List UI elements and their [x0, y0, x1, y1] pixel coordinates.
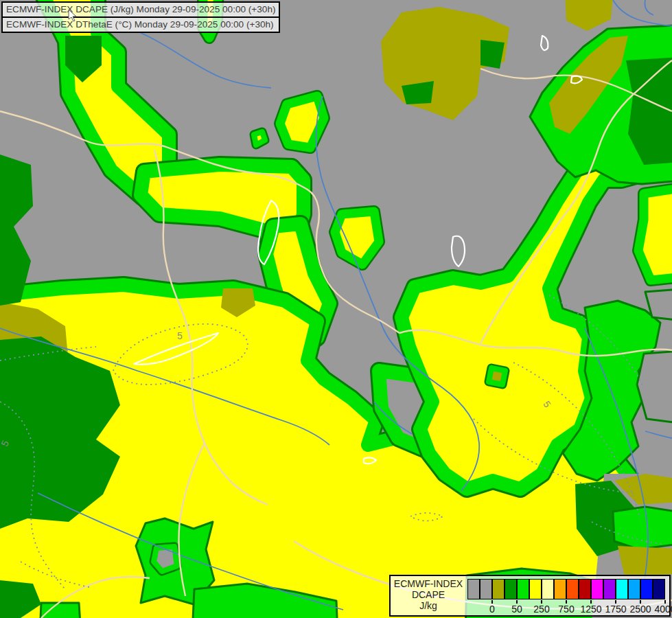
title-line-dthetae: ECMWF-INDEX DThetaE (°C) Monday 29-09-20… — [3, 18, 279, 32]
legend-color-swatch — [603, 579, 616, 599]
title-line-dcape: ECMWF-INDEX DCAPE (J/kg) Monday 29-09-20… — [3, 3, 279, 18]
legend-color-bar — [467, 579, 665, 599]
weather-map: 5 5 5 — [0, 0, 672, 618]
legend-color-swatch — [628, 579, 640, 599]
legend-tick-label: 1750 — [605, 604, 626, 615]
legend-color-swatch — [640, 579, 653, 599]
legend-title-block: ECMWF-INDEX DCAPE J/kg — [391, 576, 466, 615]
legend-title-param: DCAPE — [391, 589, 466, 600]
title-box: ECMWF-INDEX DCAPE (J/kg) Monday 29-09-20… — [1, 1, 280, 33]
contour-label: 5 — [177, 330, 183, 341]
legend-color-swatch — [480, 579, 492, 599]
gray-spot — [154, 547, 177, 571]
legend-tick-label: 2500 — [629, 604, 651, 615]
legend-tick-label: 750 — [558, 604, 574, 615]
legend-color-swatch — [653, 579, 665, 599]
legend-color-swatch — [566, 579, 579, 599]
legend-title-unit: J/kg — [391, 600, 466, 611]
olive-core-diamond — [489, 368, 505, 385]
legend-color-swatch — [554, 579, 566, 599]
legend-tick-label: 0 — [489, 604, 495, 615]
legend-panel: ECMWF-INDEX DCAPE J/kg 05025075012501750… — [389, 575, 671, 617]
legend-title-model: ECMWF-INDEX — [391, 578, 466, 589]
legend-color-swatch — [591, 579, 603, 599]
legend-tick-label: 4000 — [654, 604, 672, 615]
legend-color-swatch — [492, 579, 505, 599]
legend-color-swatch — [467, 579, 480, 599]
legend-tick-label: 50 — [511, 604, 522, 615]
legend-color-swatch — [529, 579, 542, 599]
mouse-cursor-icon — [68, 9, 78, 23]
legend-color-swatch — [542, 579, 554, 599]
legend-color-swatch — [517, 579, 529, 599]
weather-map-page: { "header": { "line1": "ECMWF-INDEX DCAP… — [0, 0, 672, 618]
legend-color-swatch — [616, 579, 628, 599]
legend-color-swatch — [579, 579, 591, 599]
legend-bar-area: 0502507501250175025004000 — [466, 576, 669, 615]
legend-tick-label: 250 — [533, 604, 549, 615]
legend-color-swatch — [505, 579, 517, 599]
legend-tick-label: 1250 — [580, 604, 601, 615]
